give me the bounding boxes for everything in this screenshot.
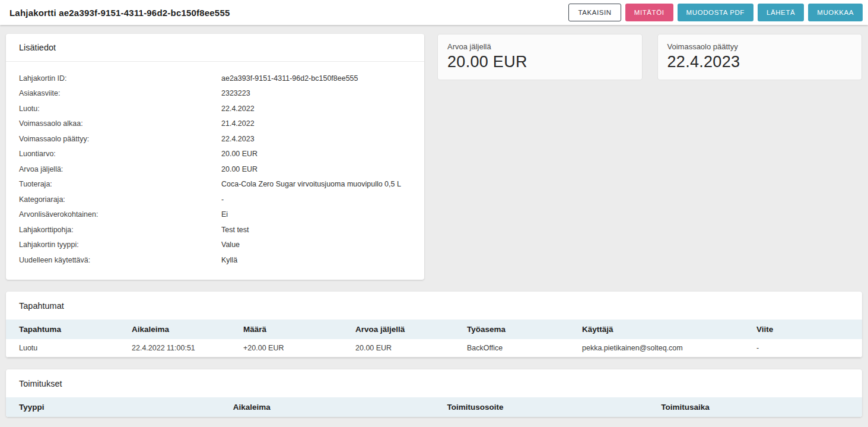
- cell-viite: -: [743, 339, 862, 358]
- detail-label: Asiakasviite:: [19, 89, 221, 97]
- top-bar: Lahjakortti ae2a393f-9151-4311-96d2-bc15…: [0, 0, 868, 25]
- detail-value: Coca-Cola Zero Sugar virvoitusjuoma muov…: [221, 180, 401, 188]
- detail-row-value-remaining: Arvoa jäljellä: 20.00 EUR: [19, 162, 411, 177]
- cell-maara: +20.00 EUR: [230, 339, 342, 358]
- cell-aikaleima: 22.4.2022 11:00:51: [119, 339, 230, 358]
- details-panel-title: Lisätiedot: [6, 34, 424, 62]
- column-header-viite: Viite: [743, 320, 862, 339]
- detail-label: Luontiarvo:: [19, 150, 221, 158]
- stat-card-value: 20.00 EUR: [447, 53, 632, 71]
- detail-row-giftcard-id: Lahjakortin ID: ae2a393f-9151-4311-96d2-…: [19, 71, 411, 86]
- deliveries-header-row: Tyyppi Aikaleima Toimitusosoite Toimitus…: [6, 397, 862, 417]
- header-actions: TAKAISIN MITÄTÖI MUODOSTA PDF LÄHETÄ MUO…: [568, 4, 863, 21]
- deliveries-panel: Toimitukset Tyyppi Aikaleima Toimitusoso…: [6, 369, 862, 417]
- detail-row-category-limit: Kategoriaraja: -: [19, 192, 411, 207]
- detail-row-customer-ref: Asiakasviite: 2323223: [19, 86, 411, 102]
- stat-card-label: Arvoa jäljellä: [447, 42, 632, 51]
- detail-value: 2323223: [221, 89, 250, 97]
- detail-row-giftcard-template: Lahjakorttipohja: Test test: [19, 222, 411, 238]
- app-root: Lahjakortti ae2a393f-9151-4311-96d2-bc15…: [0, 0, 868, 417]
- detail-value: -: [221, 195, 224, 204]
- deliveries-table: Tyyppi Aikaleima Toimitusosoite Toimitus…: [6, 397, 862, 417]
- detail-row-initial-value: Luontiarvo: 20.00 EUR: [19, 147, 411, 162]
- detail-label: Voimassaolo päättyy:: [19, 135, 221, 143]
- detail-value: Kyllä: [221, 256, 237, 264]
- transaction-row[interactable]: Luotu 22.4.2022 11:00:51 +20.00 EUR 20.0…: [6, 339, 862, 358]
- column-header-toimitusosoite: Toimitusosoite: [434, 397, 648, 417]
- detail-row-reusable: Uudelleen käytettävä: Kyllä: [19, 252, 411, 268]
- muodosta-pdf-button[interactable]: MUODOSTA PDF: [678, 4, 753, 21]
- column-header-maara: Määrä: [230, 320, 342, 339]
- detail-label: Luotu:: [19, 105, 221, 113]
- detail-label: Arvoa jäljellä:: [19, 165, 221, 173]
- details-body: Lahjakortin ID: ae2a393f-9151-4311-96d2-…: [6, 62, 424, 280]
- top-row: Lisätiedot Lahjakortin ID: ae2a393f-9151…: [6, 34, 862, 280]
- detail-label: Lahjakorttipohja:: [19, 226, 221, 234]
- detail-value: 20.00 EUR: [221, 165, 257, 173]
- column-header-aikaleima: Aikaleima: [119, 320, 230, 339]
- column-header-toimitusaika: Toimitusaika: [648, 397, 862, 417]
- cell-tyoasema: BackOffice: [454, 339, 569, 358]
- detail-row-valid-until: Voimassaolo päättyy: 22.4.2023: [19, 131, 411, 147]
- stat-cards: Arvoa jäljellä 20.00 EUR Voimassaolo pää…: [437, 34, 862, 80]
- detail-value: 22.4.2022: [221, 105, 255, 113]
- transactions-table: Tapahtuma Aikaleima Määrä Arvoa jäljellä…: [6, 320, 862, 358]
- cell-kayttaja: pekka.pietikainen@solteq.com: [569, 339, 743, 358]
- column-header-tyyppi: Tyyppi: [6, 397, 220, 417]
- detail-row-giftcard-type: Lahjakortin tyyppi: Value: [19, 238, 411, 253]
- transactions-header-row: Tapahtuma Aikaleima Määrä Arvoa jäljellä…: [6, 320, 862, 339]
- detail-label: Lahjakortin ID:: [19, 74, 221, 83]
- stat-card-expiry: Voimassaolo päättyy 22.4.2023: [657, 34, 863, 80]
- takaisin-button[interactable]: TAKAISIN: [568, 4, 621, 21]
- detail-label: Arvonlisäverokohtainen:: [19, 210, 221, 219]
- cell-arvoa-jaljella: 20.00 EUR: [342, 339, 454, 358]
- page-title: Lahjakortti ae2a393f-9151-4311-96d2-bc15…: [9, 8, 230, 18]
- detail-value: Test test: [221, 226, 249, 234]
- detail-row-vat-specific: Arvonlisäverokohtainen: Ei: [19, 207, 411, 223]
- stat-card-value-remaining: Arvoa jäljellä 20.00 EUR: [437, 34, 643, 80]
- deliveries-panel-title: Toimitukset: [6, 369, 862, 397]
- main-content: Lisätiedot Lahjakortin ID: ae2a393f-9151…: [0, 25, 868, 417]
- column-header-tapahtuma: Tapahtuma: [6, 320, 119, 339]
- stat-card-value: 22.4.2023: [667, 53, 853, 71]
- stat-card-label: Voimassaolo päättyy: [667, 42, 853, 51]
- detail-label: Tuoteraja:: [19, 180, 221, 188]
- detail-row-product-limit: Tuoteraja: Coca-Cola Zero Sugar virvoitu…: [19, 177, 411, 192]
- detail-label: Lahjakortin tyyppi:: [19, 241, 221, 249]
- details-panel: Lisätiedot Lahjakortin ID: ae2a393f-9151…: [6, 34, 424, 280]
- mitatoi-button[interactable]: MITÄTÖI: [625, 4, 673, 21]
- column-header-aikaleima: Aikaleima: [220, 397, 434, 417]
- transactions-panel: Tapahtumat Tapahtuma Aikaleima Määrä Arv…: [6, 292, 862, 358]
- detail-value: Value: [221, 241, 240, 249]
- detail-value: 20.00 EUR: [221, 150, 257, 158]
- detail-row-created: Luotu: 22.4.2022: [19, 101, 411, 116]
- detail-value: Ei: [221, 210, 228, 219]
- detail-value: 21.4.2022: [221, 119, 255, 128]
- detail-value: 22.4.2023: [221, 135, 255, 143]
- laheta-button[interactable]: LÄHETÄ: [758, 4, 804, 21]
- detail-label: Uudelleen käytettävä:: [19, 256, 221, 264]
- detail-label: Voimassaolo alkaa:: [19, 119, 221, 128]
- column-header-tyoasema: Työasema: [454, 320, 569, 339]
- detail-label: Kategoriaraja:: [19, 195, 221, 204]
- cell-tapahtuma: Luotu: [6, 339, 119, 358]
- detail-row-valid-from: Voimassaolo alkaa: 21.4.2022: [19, 116, 411, 132]
- column-header-kayttaja: Käyttäjä: [569, 320, 743, 339]
- column-header-arvoa-jaljella: Arvoa jäljellä: [342, 320, 454, 339]
- detail-value: ae2a393f-9151-4311-96d2-bc150f8ee555: [221, 74, 358, 83]
- muokkaa-button[interactable]: MUOKKAA: [808, 4, 863, 21]
- transactions-panel-title: Tapahtumat: [6, 292, 862, 320]
